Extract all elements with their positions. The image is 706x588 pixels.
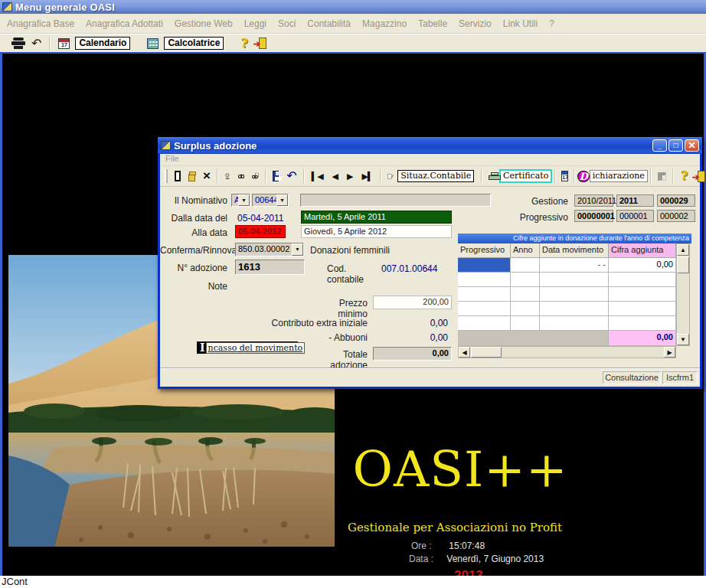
oasi-subtitle: Gestionale per Associazioni no Profit xyxy=(336,521,574,534)
menu-anagrafica-base[interactable]: Anagrafica Base xyxy=(7,18,74,29)
table-cell[interactable] xyxy=(609,302,676,316)
help-icon[interactable]: ? xyxy=(240,38,247,50)
maximize-button[interactable]: □ xyxy=(668,139,683,152)
dialog-titlebar[interactable]: Surplus adozione _ □ ✕ xyxy=(158,137,702,154)
dichiarazione-button[interactable]: ichiarazione xyxy=(590,170,648,182)
new-record-icon[interactable] xyxy=(175,171,181,181)
contributo-label: Contributo extra iniziale xyxy=(258,318,368,328)
menu-contabilita[interactable]: Contabilità xyxy=(307,18,351,29)
table-cell[interactable]: 0,00 xyxy=(609,258,676,273)
nominativo-code-combo[interactable]: 00644▼ xyxy=(252,194,289,207)
table-cell[interactable] xyxy=(511,258,540,273)
dialog-exit-icon[interactable]: ➔ xyxy=(692,171,700,182)
table-cell[interactable] xyxy=(540,302,609,316)
table-cell[interactable] xyxy=(511,287,540,302)
table-cell[interactable] xyxy=(458,287,511,302)
situaz-contabile-button[interactable]: Situaz.Contabile xyxy=(397,170,474,182)
table-cell[interactable] xyxy=(458,316,511,331)
menu-anagrafica-adottati[interactable]: Anagrafica Adottati xyxy=(86,18,163,29)
nominativo-name-field[interactable] xyxy=(300,194,491,207)
table-footer-total: 0,00 xyxy=(609,331,676,346)
surplus-adozione-dialog: Surplus adozione _ □ ✕ File × ↶ xyxy=(158,137,702,389)
menu-leggi[interactable]: Leggi xyxy=(244,18,266,29)
calcolatrice-button[interactable]: Calcolatrice xyxy=(164,37,224,50)
chevron-down-icon[interactable]: ▼ xyxy=(292,243,303,256)
undo-record-icon[interactable]: ↶ xyxy=(286,171,296,181)
menu-magazzino[interactable]: Magazzino xyxy=(362,18,407,29)
toolbar-separator xyxy=(49,37,51,51)
scroll-thumb[interactable] xyxy=(677,256,689,273)
delete-icon[interactable]: × xyxy=(203,171,211,181)
conferma-combo[interactable]: 850.03.00002▼ xyxy=(235,243,304,256)
horizontal-scrollbar[interactable]: ◀ ▶ xyxy=(458,346,676,358)
prezzo-field[interactable]: 200,00 xyxy=(373,296,452,309)
vertical-scrollbar[interactable]: ▲ ▼ xyxy=(676,243,690,346)
previous-record-button[interactable]: ◀ xyxy=(332,172,338,181)
incasso-movimento-button[interactable]: I ncasso del movimento xyxy=(197,341,298,354)
last-record-button[interactable]: ▶▍ xyxy=(362,172,374,181)
adozione-field[interactable]: 1613 xyxy=(235,260,305,275)
table-cell[interactable] xyxy=(609,287,676,302)
calculator-icon[interactable] xyxy=(147,38,159,49)
save-icon[interactable] xyxy=(273,171,279,181)
menu-tabelle[interactable]: Tabelle xyxy=(418,18,447,29)
dalla-data-long: Martedì, 5 Aprile 2011 xyxy=(301,211,452,224)
scroll-up-icon[interactable]: ▲ xyxy=(677,244,689,256)
gestione-field-3: 000029 xyxy=(657,194,695,207)
undo-icon[interactable]: ↶ xyxy=(31,38,41,49)
main-menubar: Anagrafica Base Anagrafica Adottati Gest… xyxy=(0,14,706,34)
menu-soci[interactable]: Soci xyxy=(278,18,296,29)
menu-file[interactable]: File xyxy=(165,154,179,163)
gestione-field-2: 2011 xyxy=(616,194,654,207)
table-cell[interactable] xyxy=(511,316,540,331)
open-icon[interactable] xyxy=(188,174,195,181)
table-cell[interactable] xyxy=(609,316,676,331)
table-cell[interactable] xyxy=(511,273,540,287)
minimize-button[interactable]: _ xyxy=(652,139,667,152)
dialog-help-icon[interactable]: ? xyxy=(681,170,688,182)
calendario-button[interactable]: Calendario xyxy=(75,37,130,50)
menu-gestione-web[interactable]: Gestione Web xyxy=(175,18,233,29)
table-cell[interactable] xyxy=(540,287,609,302)
table-cell[interactable] xyxy=(609,273,676,287)
table-cell[interactable] xyxy=(540,316,609,331)
scroll-thumb[interactable] xyxy=(471,347,502,358)
scroll-right-icon[interactable]: ▶ xyxy=(664,347,675,358)
column-header: Cifra aggiunta xyxy=(609,243,676,258)
table-cell-selected[interactable] xyxy=(458,258,511,273)
dalla-data-value[interactable]: 05-04-2011 xyxy=(237,213,286,224)
scroll-left-icon[interactable]: ◀ xyxy=(459,347,470,358)
close-button[interactable]: ✕ xyxy=(685,139,699,152)
dichiarazione-icon[interactable]: D xyxy=(577,171,589,182)
dialog-calendar-icon[interactable]: 17 xyxy=(561,171,568,181)
table-cell[interactable] xyxy=(540,273,609,287)
app-icon xyxy=(2,2,12,11)
chevron-down-icon[interactable]: ▼ xyxy=(238,194,250,206)
menu-servizio[interactable]: Servizio xyxy=(459,18,492,29)
register-icon[interactable] xyxy=(11,38,26,49)
menu-link-utili[interactable]: Link Utili xyxy=(503,18,538,29)
table-cell[interactable] xyxy=(458,302,511,316)
calendar-icon[interactable]: 17 xyxy=(58,38,70,49)
next-record-button[interactable]: ▶ xyxy=(347,172,352,181)
find-next-icon[interactable] xyxy=(252,171,258,181)
table-cell[interactable] xyxy=(458,273,511,287)
taskbar-text: JCont xyxy=(2,576,28,587)
contributo-value: 0,00 xyxy=(390,318,448,328)
alla-data-value[interactable]: 05-04-2012 xyxy=(235,225,286,238)
find-icon[interactable] xyxy=(238,171,244,181)
first-record-button[interactable]: ▍◀ xyxy=(312,172,323,181)
table-cell[interactable]: - - xyxy=(540,258,609,273)
nominativo-letter-combo[interactable]: A▼ xyxy=(231,194,250,207)
exit-icon[interactable]: ➔ xyxy=(253,38,267,49)
chevron-down-icon[interactable]: ▼ xyxy=(276,194,288,206)
person-search-icon[interactable] xyxy=(224,171,230,181)
column-header: Anno xyxy=(511,243,540,258)
menu-help[interactable]: ? xyxy=(549,18,554,29)
toolbar-grip xyxy=(165,169,168,183)
scroll-down-icon[interactable]: ▼ xyxy=(677,334,689,345)
table-footer xyxy=(458,331,609,346)
cod-contabile-label: Cod. contabile xyxy=(327,263,378,285)
certificato-button[interactable]: Certificato xyxy=(499,169,552,183)
table-cell[interactable] xyxy=(511,302,540,316)
